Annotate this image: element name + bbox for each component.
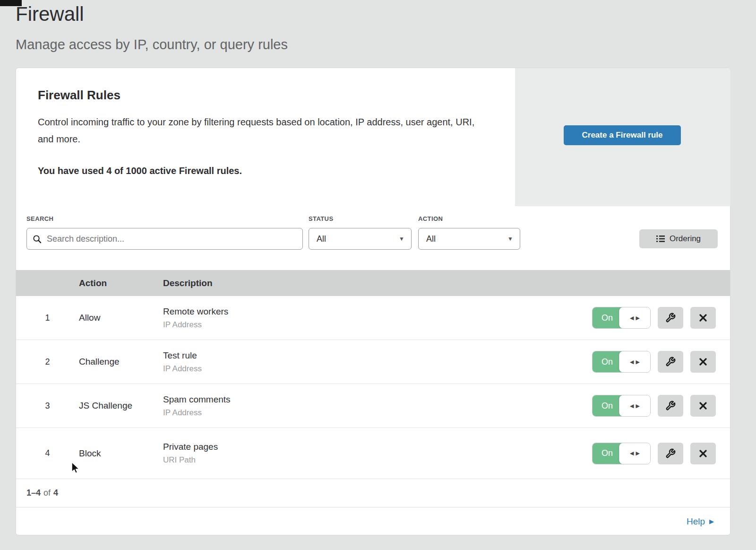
close-icon (699, 402, 707, 410)
wrench-icon (665, 357, 676, 367)
rule-match-type: URI Path (163, 455, 592, 465)
action-label: ACTION (418, 215, 443, 222)
help-link-label: Help (687, 516, 705, 527)
pagination-of: of (43, 488, 51, 498)
help-link[interactable]: Help ▶ (687, 516, 714, 527)
rule-description: Remote workers (163, 306, 592, 317)
action-select[interactable]: All ▼ (418, 228, 520, 250)
search-field[interactable] (26, 228, 303, 250)
pagination-status: 1–4 of 4 (16, 479, 730, 507)
pagination-range: 1–4 (26, 488, 41, 498)
rule-description-cell: Private pages URI Path (163, 442, 592, 465)
pagination-total: 4 (53, 488, 58, 498)
column-header-description: Description (163, 278, 730, 288)
toggle-on-label: On (593, 307, 622, 328)
rule-priority: 1 (16, 313, 79, 323)
ordering-list-icon (656, 235, 665, 243)
rule-controls: On ◀▶ (592, 443, 716, 464)
wrench-icon (665, 448, 676, 459)
action-select-value: All (426, 234, 507, 244)
rules-usage-note: You have used 4 of 1000 active Firewall … (38, 166, 242, 176)
status-select-value: All (317, 234, 399, 244)
firewall-page: Firewall Manage access by IP, country, o… (0, 0, 756, 550)
rule-priority: 2 (16, 357, 79, 367)
edit-rule-button[interactable] (658, 307, 683, 329)
rule-action: Allow (79, 313, 163, 323)
page-title: Firewall (16, 3, 84, 26)
rule-enabled-toggle[interactable]: On ◀▶ (592, 395, 651, 417)
search-label: SEARCH (26, 215, 53, 222)
rule-controls: On ◀▶ (592, 395, 716, 417)
firewall-rules-card: Create a Firewall rule Firewall Rules Co… (16, 68, 730, 535)
rule-match-type: IP Address (163, 320, 592, 330)
toggle-on-label: On (593, 443, 622, 464)
toggle-on-label: On (593, 351, 622, 372)
help-row: Help ▶ (16, 507, 730, 535)
ordering-button-label: Ordering (670, 234, 701, 244)
create-firewall-rule-button[interactable]: Create a Firewall rule (564, 125, 681, 145)
wrench-icon (665, 401, 676, 411)
chevron-down-icon: ▼ (399, 236, 404, 242)
rule-description: Private pages (163, 442, 592, 452)
toggle-arrows-icon[interactable]: ◀▶ (619, 395, 650, 416)
edit-rule-button[interactable] (658, 351, 683, 373)
status-select[interactable]: All ▼ (309, 228, 412, 250)
toggle-on-label: On (593, 395, 622, 416)
close-icon (699, 358, 707, 366)
table-row: 2 Challenge Test rule IP Address On ◀▶ (16, 340, 730, 384)
rule-description-cell: Remote workers IP Address (163, 306, 592, 330)
rules-table-header: Action Description (16, 270, 730, 296)
status-label: STATUS (309, 215, 333, 222)
rule-priority: 4 (16, 448, 79, 458)
rules-card-heading: Firewall Rules (38, 88, 120, 103)
rule-description-cell: Test rule IP Address (163, 350, 592, 374)
rule-action: Block (79, 448, 163, 459)
page-subtitle: Manage access by IP, country, or query r… (16, 37, 288, 52)
wrench-icon (665, 313, 676, 323)
help-arrow-icon: ▶ (709, 518, 714, 524)
delete-rule-button[interactable] (690, 351, 716, 373)
search-icon (33, 235, 42, 244)
rule-description: Spam comments (163, 394, 592, 405)
delete-rule-button[interactable] (690, 443, 716, 464)
rule-enabled-toggle[interactable]: On ◀▶ (592, 307, 651, 329)
ordering-button[interactable]: Ordering (639, 229, 718, 248)
toggle-arrows-icon[interactable]: ◀▶ (619, 351, 650, 372)
chevron-down-icon: ▼ (507, 236, 513, 242)
table-row: 4 Block Private pages URI Path On ◀▶ (16, 428, 730, 479)
delete-rule-button[interactable] (690, 307, 716, 329)
rule-description: Test rule (163, 350, 592, 361)
rules-table-body: 1 Allow Remote workers IP Address On ◀▶ (16, 296, 730, 479)
table-row: 3 JS Challenge Spam comments IP Address … (16, 384, 730, 428)
rule-enabled-toggle[interactable]: On ◀▶ (592, 443, 651, 464)
rule-controls: On ◀▶ (592, 307, 716, 329)
rule-priority: 3 (16, 401, 79, 411)
edit-rule-button[interactable] (658, 443, 683, 464)
rule-description-cell: Spam comments IP Address (163, 394, 592, 418)
column-header-action: Action (79, 278, 163, 288)
close-icon (699, 314, 707, 322)
rule-action: Challenge (79, 357, 163, 367)
table-row: 1 Allow Remote workers IP Address On ◀▶ (16, 296, 730, 340)
rules-card-description: Control incoming traffic to your zone by… (38, 113, 484, 148)
edit-rule-button[interactable] (658, 395, 683, 417)
toggle-arrows-icon[interactable]: ◀▶ (619, 443, 650, 464)
rule-enabled-toggle[interactable]: On ◀▶ (592, 351, 651, 373)
delete-rule-button[interactable] (690, 395, 716, 417)
search-input[interactable] (46, 234, 297, 244)
close-icon (699, 449, 707, 458)
rule-match-type: IP Address (163, 364, 592, 374)
rule-match-type: IP Address (163, 408, 592, 418)
rule-action: JS Challenge (79, 401, 163, 411)
toggle-arrows-icon[interactable]: ◀▶ (619, 307, 650, 328)
rule-controls: On ◀▶ (592, 351, 716, 373)
